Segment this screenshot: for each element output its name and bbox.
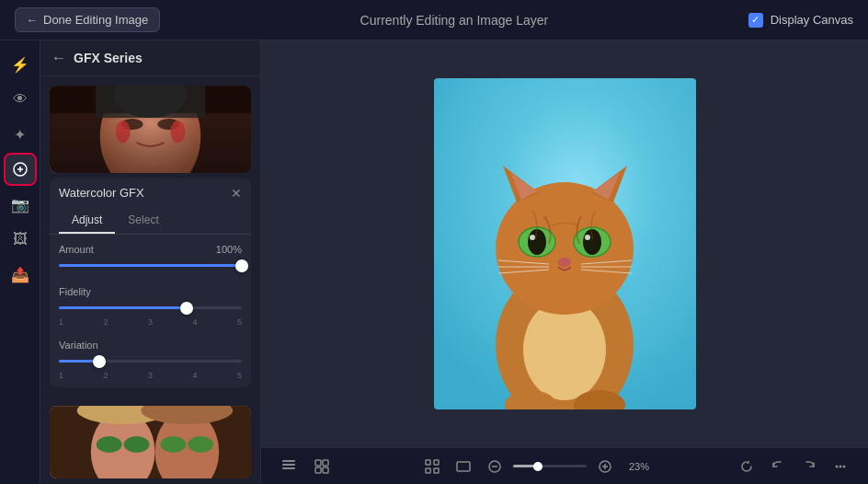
watercolor-header: Watercolor GFX ✕ — [50, 179, 251, 208]
svg-point-62 — [839, 465, 842, 467]
top-bar: ← Done Editing Image Currently Editing a… — [0, 0, 868, 40]
tick: 5 — [237, 317, 242, 327]
toolbar-icon-visibility[interactable]: 👁 — [6, 85, 35, 114]
watercolor-panel: Watercolor GFX ✕ Adjust Select Amount 10… — [50, 179, 251, 387]
fidelity-slider-row: Fidelity 1 2 3 4 5 — [59, 286, 242, 327]
svg-rect-5 — [50, 86, 251, 113]
display-canvas-checkbox[interactable]: ✓ — [748, 13, 763, 28]
bottom-right-controls — [734, 454, 853, 479]
toolbar-icon-effects[interactable]: ⚡ — [6, 50, 35, 79]
variation-slider[interactable] — [59, 354, 242, 369]
center-title: Currently Editing an Image Layer — [360, 13, 549, 28]
svg-point-16 — [188, 436, 213, 453]
history-icon[interactable] — [734, 454, 760, 479]
graphic-novel-card[interactable]: Graphic Novel GFX Ai — [50, 86, 251, 173]
tick: 2 — [103, 317, 108, 327]
svg-rect-55 — [457, 462, 470, 471]
svg-point-3 — [121, 119, 143, 130]
svg-rect-45 — [282, 467, 295, 469]
redo-icon[interactable] — [796, 454, 822, 479]
canvas-area: 23% — [261, 40, 868, 484]
amount-value: 100% — [216, 244, 242, 255]
tick: 3 — [148, 371, 153, 380]
svg-rect-1 — [50, 86, 251, 172]
tick: 4 — [192, 317, 197, 327]
svg-point-6 — [114, 86, 188, 118]
canvas-content — [261, 40, 868, 447]
watercolor-title: Watercolor GFX — [59, 186, 144, 200]
svg-point-30 — [530, 235, 535, 240]
tick: 1 — [59, 317, 63, 327]
toolbar-icon-sparkle[interactable]: ✦ — [6, 120, 35, 149]
graphic-novel-thumbnail — [50, 86, 251, 173]
toolbar-icon-camera[interactable]: 📷 — [6, 190, 35, 219]
tick: 4 — [192, 371, 197, 380]
back-button[interactable]: ← — [51, 50, 66, 66]
svg-point-15 — [160, 436, 186, 453]
tab-adjust[interactable]: Adjust — [59, 208, 115, 234]
amount-slider[interactable] — [59, 259, 242, 273]
zoom-percentage: 23% — [629, 461, 649, 472]
svg-rect-48 — [323, 460, 328, 466]
realist-thumbnail — [50, 406, 251, 478]
svg-rect-44 — [282, 464, 295, 466]
svg-rect-7 — [96, 86, 205, 118]
fit-screen-icon[interactable] — [419, 454, 445, 479]
gfx-panel: ← GFX Series — [40, 40, 261, 484]
tick: 2 — [103, 371, 108, 380]
toolbar-icon-gfx[interactable] — [6, 155, 35, 184]
realist-card[interactable]: Realist GFX Ai — [50, 406, 251, 478]
grid-icon[interactable] — [309, 454, 335, 479]
arrow-left-icon: ← — [27, 14, 38, 27]
svg-point-63 — [843, 465, 846, 467]
svg-point-8 — [116, 121, 131, 143]
zoom-controls: 23% — [419, 454, 649, 479]
zoom-slider[interactable] — [513, 465, 587, 467]
svg-point-14 — [124, 436, 150, 453]
svg-rect-51 — [426, 460, 430, 465]
main-layout: ⚡ 👁 ✦ 📷 🖼 📤 ← GFX Series — [0, 40, 868, 484]
variation-slider-row: Variation 1 2 3 4 5 — [59, 340, 242, 380]
done-editing-button[interactable]: ← Done Editing Image — [15, 7, 160, 32]
svg-point-2 — [100, 86, 201, 173]
layers-icon[interactable] — [276, 454, 302, 479]
svg-point-13 — [97, 436, 122, 453]
tick: 1 — [59, 371, 63, 380]
zoom-in-icon[interactable] — [592, 454, 618, 479]
display-canvas-control: ✓ Display Canvas — [748, 13, 853, 28]
left-icon-bar: ⚡ 👁 ✦ 📷 🖼 📤 — [0, 40, 40, 484]
svg-rect-49 — [315, 467, 321, 473]
amount-slider-row: Amount 100% — [59, 244, 242, 273]
fidelity-slider[interactable] — [59, 301, 242, 316]
undo-icon[interactable] — [765, 454, 791, 479]
tab-select[interactable]: Select — [115, 208, 171, 234]
aspect-ratio-icon[interactable] — [451, 454, 476, 479]
tick: 5 — [237, 371, 242, 380]
bottom-left-controls — [276, 454, 335, 479]
sliders-area: Amount 100% Fidelity — [50, 235, 251, 387]
svg-rect-50 — [323, 467, 328, 473]
close-watercolor-button[interactable]: ✕ — [231, 186, 242, 201]
tick: 3 — [148, 317, 153, 327]
svg-rect-52 — [434, 460, 439, 465]
svg-rect-47 — [315, 460, 321, 466]
watercolor-tabs: Adjust Select — [50, 208, 251, 235]
display-canvas-label: Display Canvas — [771, 13, 853, 27]
variation-label: Variation — [59, 340, 98, 351]
svg-rect-53 — [426, 468, 430, 473]
bottom-bar: 23% — [261, 447, 868, 484]
zoom-out-icon[interactable] — [482, 454, 508, 479]
panel-header: ← GFX Series — [40, 40, 260, 76]
toolbar-icon-image[interactable]: 🖼 — [6, 225, 35, 254]
cat-painting — [434, 78, 696, 409]
more-icon[interactable] — [828, 454, 853, 479]
svg-point-35 — [558, 258, 571, 267]
svg-point-9 — [170, 121, 185, 143]
amount-label: Amount — [59, 244, 94, 255]
svg-point-61 — [836, 465, 839, 467]
svg-rect-54 — [434, 468, 439, 473]
svg-point-4 — [157, 119, 179, 130]
toolbar-icon-export[interactable]: 📤 — [6, 259, 35, 289]
done-editing-label: Done Editing Image — [43, 13, 148, 27]
svg-rect-46 — [282, 460, 295, 462]
